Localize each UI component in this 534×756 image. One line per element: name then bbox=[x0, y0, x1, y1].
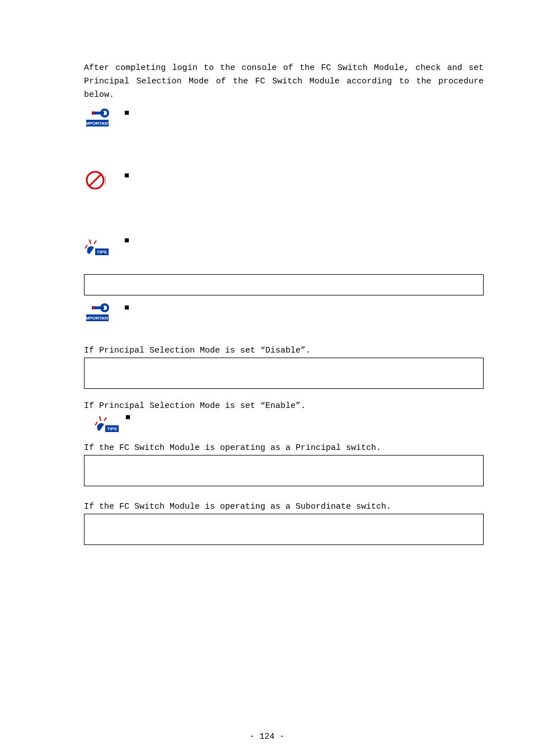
bullet-3: ■ bbox=[124, 234, 134, 246]
code-box-subordinate bbox=[84, 514, 484, 545]
svg-point-1 bbox=[101, 110, 108, 116]
svg-line-17 bbox=[95, 422, 97, 425]
svg-line-18 bbox=[100, 416, 101, 421]
text-disable: If Principal Selection Mode is set “Disa… bbox=[84, 346, 484, 355]
important-icon: IMPORTANT bbox=[84, 301, 111, 323]
bullet-1: ■ bbox=[124, 106, 134, 118]
tips-icon: TIPS bbox=[84, 234, 111, 256]
tips-label-1: TIPS bbox=[97, 250, 107, 255]
tips-icon: TIPS bbox=[94, 411, 121, 433]
svg-point-13 bbox=[101, 304, 108, 311]
bullet-5: ■ bbox=[125, 411, 135, 422]
intro-paragraph: After completing login to the console of… bbox=[84, 62, 484, 102]
bullet-4: ■ bbox=[124, 301, 134, 313]
callout-tips-1: TIPS ■ bbox=[84, 234, 484, 256]
code-box-1 bbox=[84, 274, 484, 295]
svg-line-19 bbox=[104, 417, 106, 421]
callout-prohibited: ■ bbox=[84, 169, 484, 194]
svg-line-10 bbox=[94, 241, 96, 244]
tips-label-2: TIPS bbox=[107, 426, 117, 431]
bullet-2: ■ bbox=[124, 169, 134, 181]
svg-line-6 bbox=[89, 174, 101, 186]
important-label: IMPORTANT bbox=[85, 316, 111, 321]
text-subordinate: If the FC Switch Module is operating as … bbox=[84, 502, 484, 511]
code-box-principal bbox=[84, 455, 484, 486]
text-enable: If Principal Selection Mode is set “Enab… bbox=[84, 401, 484, 411]
svg-line-9 bbox=[90, 240, 91, 244]
text-principal: If the FC Switch Module is operating as … bbox=[84, 443, 484, 453]
svg-line-8 bbox=[85, 245, 87, 248]
code-box-disable bbox=[84, 358, 484, 389]
prohibited-icon bbox=[84, 169, 109, 194]
callout-important-2: IMPORTANT ■ bbox=[84, 301, 484, 323]
important-icon: IMPORTANT bbox=[84, 106, 111, 129]
callout-tips-2: TIPS ■ bbox=[84, 411, 484, 433]
callout-important-1: IMPORTANT ■ bbox=[84, 106, 484, 129]
page-number: - 124 - bbox=[0, 732, 534, 741]
important-label: IMPORTANT bbox=[85, 121, 111, 126]
